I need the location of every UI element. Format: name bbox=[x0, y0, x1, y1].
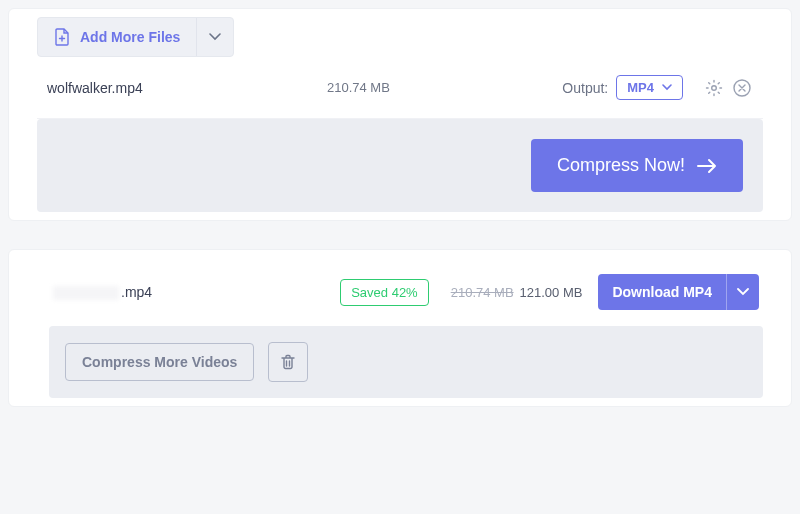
chevron-down-icon bbox=[737, 288, 749, 296]
remove-file-button[interactable] bbox=[731, 77, 753, 99]
output-format-value: MP4 bbox=[627, 80, 654, 95]
chevron-down-icon bbox=[662, 84, 672, 91]
add-more-files-label: Add More Files bbox=[80, 29, 180, 45]
compress-action-bar: Compress Now! bbox=[37, 119, 763, 212]
result-bottom-bar: Compress More Videos bbox=[49, 326, 763, 398]
saved-badge: Saved 42% bbox=[340, 279, 429, 306]
add-more-files-button[interactable]: Add More Files bbox=[38, 18, 196, 56]
file-size: 210.74 MB bbox=[327, 80, 457, 95]
trash-icon bbox=[279, 353, 297, 371]
output-format-select[interactable]: MP4 bbox=[616, 75, 683, 100]
new-size: 121.00 MB bbox=[520, 285, 583, 300]
compress-panel: Add More Files wolfwalker.mp4 210.74 MB … bbox=[8, 8, 792, 221]
compress-more-button[interactable]: Compress More Videos bbox=[65, 343, 254, 381]
chevron-down-icon bbox=[209, 33, 221, 41]
add-more-dropdown-button[interactable] bbox=[197, 18, 233, 56]
result-file-ext: .mp4 bbox=[121, 284, 152, 300]
file-plus-icon bbox=[54, 28, 70, 46]
result-panel: .mp4 Saved 42% 210.74 MB 121.00 MB Downl… bbox=[8, 249, 792, 407]
close-circle-icon bbox=[732, 78, 752, 98]
svg-point-0 bbox=[712, 85, 717, 90]
old-size: 210.74 MB bbox=[451, 285, 514, 300]
result-file-name: .mp4 bbox=[53, 284, 273, 300]
arrow-right-icon bbox=[697, 158, 717, 174]
output-label: Output: bbox=[562, 80, 608, 96]
file-row: wolfwalker.mp4 210.74 MB Output: MP4 bbox=[37, 61, 763, 119]
delete-button[interactable] bbox=[268, 342, 308, 382]
download-button[interactable]: Download MP4 bbox=[598, 274, 726, 310]
gear-icon bbox=[704, 78, 724, 98]
add-more-toolbar: Add More Files bbox=[37, 17, 234, 57]
file-name: wolfwalker.mp4 bbox=[47, 80, 327, 96]
compress-now-label: Compress Now! bbox=[557, 155, 685, 176]
settings-button[interactable] bbox=[703, 77, 725, 99]
blurred-filename-icon bbox=[53, 286, 119, 300]
download-group: Download MP4 bbox=[598, 274, 759, 310]
download-options-button[interactable] bbox=[726, 274, 759, 310]
compress-now-button[interactable]: Compress Now! bbox=[531, 139, 743, 192]
result-row: .mp4 Saved 42% 210.74 MB 121.00 MB Downl… bbox=[49, 258, 763, 326]
